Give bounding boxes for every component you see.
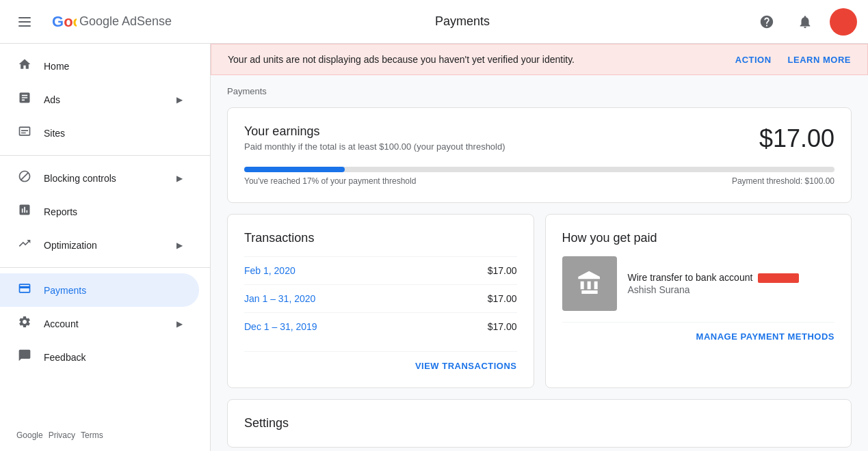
sidebar-label-optimization: Optimization xyxy=(44,240,97,251)
blocking-icon xyxy=(16,169,33,187)
footer-privacy[interactable]: Privacy xyxy=(49,430,75,440)
redacted-info xyxy=(758,273,799,283)
home-icon xyxy=(16,57,33,74)
sidebar-item-feedback[interactable]: Feedback xyxy=(0,340,199,374)
sidebar-label-feedback: Feedback xyxy=(44,352,86,363)
reports-icon xyxy=(16,203,33,220)
optimization-expand-icon: ▶ xyxy=(176,241,183,250)
menu-button[interactable] xyxy=(11,8,38,36)
threshold-label: Payment threshold: $100.00 xyxy=(732,176,834,186)
feedback-icon xyxy=(16,348,33,366)
svg-rect-2 xyxy=(18,25,31,27)
footer-google: Google xyxy=(16,430,43,440)
two-col-section: Transactions Feb 1, 2020 $17.00 Jan 1 – … xyxy=(227,214,852,399)
transaction-amount-1: $17.00 xyxy=(488,293,517,304)
payment-method-info: Wire transfer to bank account Ashish Sur… xyxy=(562,256,835,311)
svg-text:Google: Google xyxy=(52,13,77,30)
sidebar-label-ads: Ads xyxy=(44,94,60,105)
earnings-title: Your earnings xyxy=(244,124,505,139)
sidebar-item-blocking-controls[interactable]: Blocking controls ▶ xyxy=(0,161,199,195)
help-button[interactable] xyxy=(753,8,780,36)
view-transactions-link[interactable]: VIEW TRANSACTIONS xyxy=(415,361,517,371)
sidebar-item-payments[interactable]: Payments xyxy=(0,273,199,307)
sidebar-footer: Google Privacy Terms xyxy=(0,420,210,451)
progress-bar-bg xyxy=(244,167,834,172)
settings-card: Settings xyxy=(227,399,852,448)
sidebar-item-home[interactable]: Home xyxy=(0,49,199,83)
sites-icon xyxy=(16,124,33,141)
earnings-card: Your earnings Paid monthly if the total … xyxy=(227,107,852,203)
payment-type: Wire transfer to bank account xyxy=(628,272,800,283)
progress-label: You've reached 17% of your payment thres… xyxy=(244,176,416,186)
table-row: Feb 1, 2020 $17.00 xyxy=(244,256,517,284)
progress-container: You've reached 17% of your payment thres… xyxy=(244,167,834,186)
table-row: Jan 1 – 31, 2020 $17.00 xyxy=(244,284,517,312)
progress-bar-fill xyxy=(244,167,345,172)
app-logo: Google Google AdSense xyxy=(49,8,172,36)
nav-divider-2 xyxy=(0,267,210,268)
alert-learn-more-button[interactable]: LEARN MORE xyxy=(788,55,851,65)
sidebar-label-home: Home xyxy=(44,61,69,72)
svg-rect-0 xyxy=(18,17,31,18)
payments-icon xyxy=(16,282,33,299)
payment-method-card: How you get paid Wire transfer to bank a… xyxy=(545,214,852,388)
footer-terms[interactable]: Terms xyxy=(81,430,103,440)
optimization-icon xyxy=(16,236,33,254)
alert-message: Your ad units are not displaying ads bec… xyxy=(228,54,719,65)
sidebar-label-reports: Reports xyxy=(44,206,77,217)
transaction-date-0[interactable]: Feb 1, 2020 xyxy=(244,265,295,276)
sidebar-label-sites: Sites xyxy=(44,128,65,139)
earnings-amount: $17.00 xyxy=(759,124,834,153)
transactions-card: Transactions Feb 1, 2020 $17.00 Jan 1 – … xyxy=(227,214,534,388)
transactions-title: Transactions xyxy=(244,231,517,245)
alert-action-button[interactable]: ACTION xyxy=(735,55,772,65)
table-row: Dec 1 – 31, 2019 $17.00 xyxy=(244,312,517,340)
earnings-subtitle: Paid monthly if the total is at least $1… xyxy=(244,141,505,152)
sidebar-label-account: Account xyxy=(44,318,79,329)
sidebar-item-sites[interactable]: Sites xyxy=(0,116,199,150)
app-name: Google AdSense xyxy=(79,14,172,29)
sidebar-item-optimization[interactable]: Optimization ▶ xyxy=(0,228,199,262)
sidebar-item-ads[interactable]: Ads ▶ xyxy=(0,83,199,116)
svg-rect-1 xyxy=(18,21,31,23)
sidebar-item-reports[interactable]: Reports xyxy=(0,195,199,228)
account-expand-icon: ▶ xyxy=(176,319,183,329)
manage-payment-link[interactable]: MANAGE PAYMENT METHODS xyxy=(696,331,834,342)
page-title-header: Payments xyxy=(172,14,753,29)
transaction-date-2[interactable]: Dec 1 – 31, 2019 xyxy=(244,321,317,332)
transaction-date-1[interactable]: Jan 1 – 31, 2020 xyxy=(244,293,315,304)
sidebar: Home Ads ▶ Sites xyxy=(0,44,211,451)
account-icon xyxy=(16,315,33,332)
payment-name: Ashish Surana xyxy=(628,284,800,295)
user-avatar[interactable] xyxy=(830,8,857,36)
sidebar-item-account[interactable]: Account ▶ xyxy=(0,307,199,340)
payment-method-title: How you get paid xyxy=(562,231,835,245)
sidebar-label-payments: Payments xyxy=(44,285,86,296)
notifications-button[interactable] xyxy=(791,8,819,36)
sidebar-label-blocking: Blocking controls xyxy=(44,173,116,184)
alert-banner: Your ad units are not displaying ads bec… xyxy=(211,44,868,75)
nav-divider-1 xyxy=(0,155,210,156)
bank-icon xyxy=(562,256,617,311)
blocking-expand-icon: ▶ xyxy=(176,174,183,183)
ads-icon xyxy=(16,91,33,108)
ads-expand-icon: ▶ xyxy=(176,95,183,105)
breadcrumb: Payments xyxy=(227,86,852,96)
transaction-amount-0: $17.00 xyxy=(488,265,517,276)
app-header: Google Google AdSense Payments xyxy=(0,0,868,44)
main-content: Your ad units are not displaying ads bec… xyxy=(211,44,868,451)
transaction-amount-2: $17.00 xyxy=(488,321,517,332)
settings-title: Settings xyxy=(244,416,834,430)
